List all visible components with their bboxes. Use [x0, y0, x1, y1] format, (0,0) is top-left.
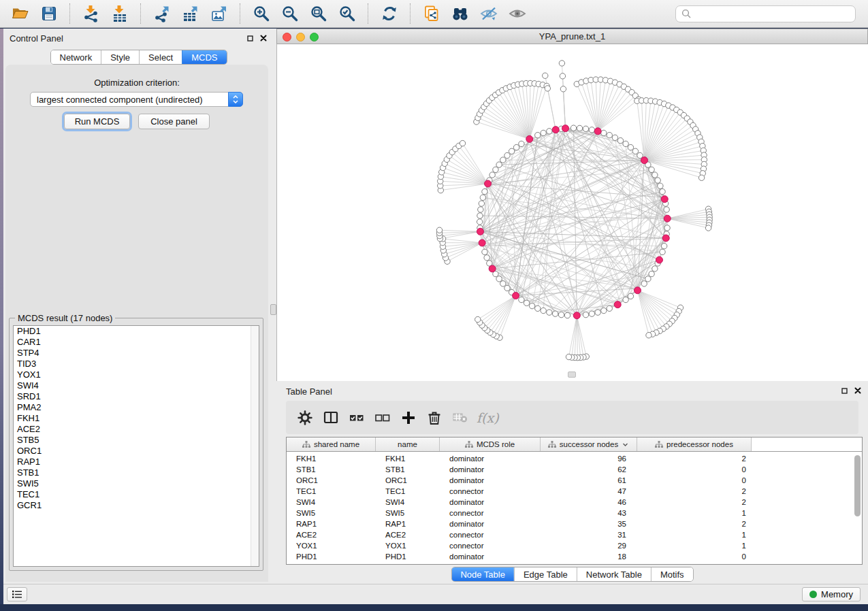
network-edge[interactable] — [644, 129, 695, 161]
table-row[interactable]: ORC1ORC1dominator610 — [287, 475, 862, 486]
network-edge[interactable] — [480, 114, 530, 139]
network-edge[interactable] — [530, 84, 539, 139]
network-leaf-node[interactable] — [560, 86, 566, 92]
network-node[interactable] — [660, 188, 665, 194]
result-list-scrollbar[interactable] — [251, 326, 259, 566]
network-node[interactable] — [500, 157, 506, 163]
network-edge[interactable] — [490, 296, 516, 333]
network-node[interactable] — [541, 308, 546, 313]
network-node[interactable] — [541, 130, 546, 135]
column-header-name[interactable]: name — [376, 437, 440, 451]
network-node[interactable] — [658, 183, 663, 188]
network-edge[interactable] — [489, 101, 530, 139]
network-edge[interactable] — [449, 156, 488, 184]
show-panels-menu-button[interactable] — [7, 587, 27, 601]
network-hub-node[interactable] — [526, 135, 533, 142]
network-node[interactable] — [601, 130, 607, 135]
network-hub-node[interactable] — [664, 215, 671, 222]
delete-columns-button[interactable] — [422, 406, 447, 430]
network-node[interactable] — [649, 271, 654, 276]
table-settings-button[interactable] — [293, 406, 317, 430]
mcds-result-item[interactable]: PMA2 — [14, 402, 259, 413]
network-node[interactable] — [477, 219, 482, 225]
network-node[interactable] — [661, 243, 666, 248]
network-node[interactable] — [477, 213, 483, 218]
network-node[interactable] — [583, 126, 588, 131]
network-node[interactable] — [570, 125, 576, 131]
mcds-result-item[interactable]: FKH1 — [14, 413, 259, 424]
network-hub-node[interactable] — [661, 196, 668, 203]
table-row[interactable]: ACE2ACE2connector311 — [287, 529, 862, 540]
memory-button[interactable]: Memory — [802, 587, 861, 601]
network-hub-node[interactable] — [573, 312, 580, 319]
network-graph[interactable] — [277, 44, 868, 381]
network-hub-node[interactable] — [485, 180, 492, 187]
network-edge[interactable] — [562, 129, 638, 290]
export-network-button[interactable] — [148, 2, 176, 25]
network-leaf-node[interactable] — [475, 316, 481, 322]
network-edge[interactable] — [443, 239, 483, 243]
network-node[interactable] — [628, 144, 633, 150]
network-node[interactable] — [504, 285, 510, 291]
network-node[interactable] — [664, 225, 670, 231]
search-all-networks-button[interactable] — [447, 2, 474, 25]
network-leaf-node[interactable] — [559, 61, 564, 66]
network-edge[interactable] — [487, 186, 577, 315]
mcds-result-item[interactable]: PHD1 — [14, 326, 259, 337]
network-edge[interactable] — [598, 86, 624, 131]
network-node[interactable] — [607, 132, 612, 137]
mcds-result-item[interactable]: RAP1 — [14, 457, 259, 467]
network-node[interactable] — [623, 297, 628, 302]
network-hub-node[interactable] — [477, 228, 483, 235]
table-scrollbar-thumb[interactable] — [854, 455, 861, 516]
network-node[interactable] — [504, 152, 510, 158]
tab-motifs[interactable]: Motifs — [651, 567, 693, 581]
network-node[interactable] — [482, 249, 487, 254]
close-panel-icon[interactable] — [854, 387, 861, 394]
refresh-view-button[interactable] — [376, 2, 403, 25]
unselect-all-button[interactable] — [370, 406, 395, 430]
mcds-result-item[interactable]: SWI5 — [14, 478, 259, 489]
network-edge[interactable] — [482, 296, 516, 326]
network-node[interactable] — [660, 249, 665, 254]
network-node[interactable] — [564, 312, 570, 318]
network-hub-node[interactable] — [614, 301, 621, 308]
network-node[interactable] — [628, 293, 633, 299]
network-leaf-node[interactable] — [566, 354, 571, 359]
network-node[interactable] — [500, 281, 506, 286]
network-hub-node[interactable] — [656, 257, 662, 263]
network-node[interactable] — [558, 312, 564, 317]
network-hub-node[interactable] — [552, 127, 559, 133]
window-minimize-button[interactable] — [296, 33, 305, 42]
mcds-result-item[interactable]: TEC1 — [14, 489, 259, 500]
network-edge[interactable] — [446, 243, 483, 258]
network-node[interactable] — [519, 141, 524, 146]
network-hub-node[interactable] — [479, 240, 485, 246]
mcds-result-item[interactable]: SRD1 — [14, 391, 259, 402]
window-zoom-button[interactable] — [310, 33, 319, 42]
tab-mcds[interactable]: MCDS — [182, 50, 226, 64]
network-hub-node[interactable] — [662, 235, 669, 242]
tab-select[interactable]: Select — [139, 50, 182, 64]
network-hub-node[interactable] — [634, 287, 641, 294]
select-all-button[interactable] — [344, 406, 369, 430]
network-edge[interactable] — [455, 149, 488, 184]
network-node[interactable] — [480, 195, 485, 200]
network-leaf-node[interactable] — [698, 175, 704, 180]
network-edge[interactable] — [644, 125, 693, 160]
network-node[interactable] — [519, 297, 524, 302]
mcds-result-item[interactable]: SWI4 — [14, 380, 259, 391]
network-node[interactable] — [496, 276, 502, 282]
network-node[interactable] — [612, 135, 617, 140]
network-edge[interactable] — [598, 96, 635, 131]
column-header-mcds-role[interactable]: MCDS role — [440, 437, 541, 451]
zoom-in-button[interactable] — [248, 2, 275, 25]
show-graphics-details-button[interactable] — [504, 2, 531, 25]
tab-node-table[interactable]: Node Table — [451, 567, 514, 581]
column-header-shared-name[interactable]: shared name — [287, 437, 376, 451]
network-leaf-node[interactable] — [436, 227, 442, 233]
network-edge[interactable] — [482, 243, 655, 269]
table-row[interactable]: SWI5SWI5connector431 — [287, 508, 862, 518]
network-node[interactable] — [529, 303, 534, 308]
network-node[interactable] — [493, 167, 498, 172]
